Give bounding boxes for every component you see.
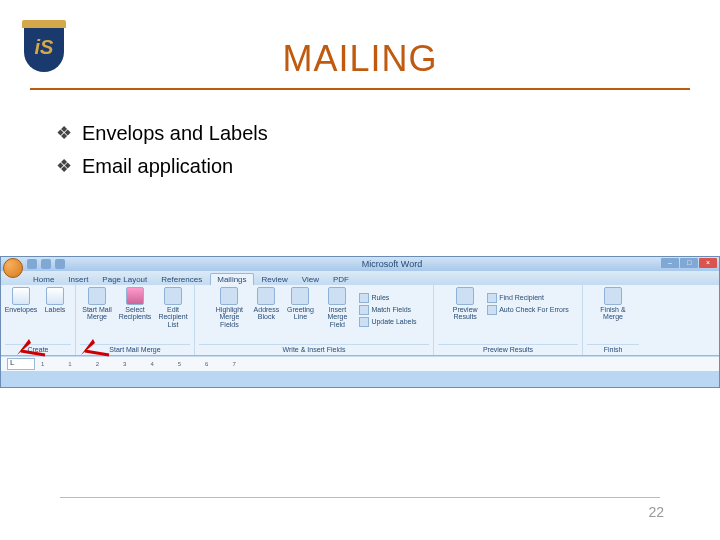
recipients-icon — [126, 287, 144, 305]
address-icon — [257, 287, 275, 305]
close-button[interactable]: × — [699, 258, 717, 268]
update-labels-button[interactable]: Update Labels — [359, 317, 416, 327]
address-block-button[interactable]: Address Block — [251, 287, 281, 321]
footer-divider — [60, 497, 660, 498]
redo-icon[interactable] — [55, 259, 65, 269]
page-number: 22 — [648, 504, 664, 520]
highlight-merge-fields-button[interactable]: Highlight Merge Fields — [211, 287, 247, 328]
tab-mailings[interactable]: Mailings — [210, 273, 253, 285]
bullet-list: ❖Envelops and Labels ❖Email application — [56, 118, 268, 184]
preview-icon — [456, 287, 474, 305]
ruler-ticks: 11234567 — [41, 361, 236, 367]
bullet-text: Envelops and Labels — [82, 118, 268, 149]
title-underline — [30, 88, 690, 90]
tab-review[interactable]: Review — [256, 274, 294, 285]
slide-title: MAILING — [0, 38, 720, 80]
tab-pdf[interactable]: PDF — [327, 274, 355, 285]
group-finish: Finish & Merge Finish — [583, 285, 643, 355]
word-titlebar: Microsoft Word – □ × — [1, 257, 719, 271]
window-title: Microsoft Word — [65, 259, 719, 269]
bullet-text: Email application — [82, 151, 233, 182]
tab-insert[interactable]: Insert — [62, 274, 94, 285]
tab-references[interactable]: References — [155, 274, 208, 285]
auto-check-errors-button[interactable]: Auto Check For Errors — [487, 305, 569, 315]
find-recipient-button[interactable]: Find Recipient — [487, 293, 569, 303]
bullet-item: ❖Envelops and Labels — [56, 118, 268, 149]
tab-page-layout[interactable]: Page Layout — [96, 274, 153, 285]
ruler[interactable]: 11234567 — [1, 356, 719, 371]
insert-merge-field-button[interactable]: Insert Merge Field — [319, 287, 355, 328]
envelopes-button[interactable]: Envelopes — [6, 287, 36, 313]
tab-view[interactable]: View — [296, 274, 325, 285]
bullet-item: ❖Email application — [56, 151, 268, 182]
select-recipients-button[interactable]: Select Recipients — [118, 287, 152, 321]
maximize-button[interactable]: □ — [680, 258, 698, 268]
undo-icon[interactable] — [41, 259, 51, 269]
diamond-bullet-icon: ❖ — [56, 153, 72, 181]
edit-list-icon — [164, 287, 182, 305]
envelope-icon — [12, 287, 30, 305]
office-button-icon[interactable] — [3, 258, 23, 278]
diamond-bullet-icon: ❖ — [56, 120, 72, 148]
rules-button[interactable]: Rules — [359, 293, 416, 303]
preview-results-button[interactable]: Preview Results — [447, 287, 483, 321]
labels-button[interactable]: Labels — [40, 287, 70, 313]
start-mail-merge-button[interactable]: Start Mail Merge — [80, 287, 114, 321]
quick-access-toolbar[interactable] — [27, 259, 65, 269]
finish-merge-button[interactable]: Finish & Merge — [595, 287, 631, 321]
mail-merge-icon — [88, 287, 106, 305]
group-write-insert: Highlight Merge Fields Address Block Gre… — [195, 285, 434, 355]
ribbon-tabs: Home Insert Page Layout References Maili… — [1, 271, 719, 285]
callout-arrow-icon — [79, 337, 113, 357]
edit-recipient-list-button[interactable]: Edit Recipient List — [156, 287, 190, 328]
callout-arrow-icon — [15, 337, 49, 357]
group-preview-results: Preview Results Find Recipient Auto Chec… — [434, 285, 583, 355]
save-icon[interactable] — [27, 259, 37, 269]
label-icon — [46, 287, 64, 305]
greeting-line-button[interactable]: Greeting Line — [285, 287, 315, 321]
greeting-icon — [291, 287, 309, 305]
merge-field-icon — [328, 287, 346, 305]
match-fields-button[interactable]: Match Fields — [359, 305, 416, 315]
minimize-button[interactable]: – — [661, 258, 679, 268]
finish-icon — [604, 287, 622, 305]
word-screenshot: Microsoft Word – □ × Home Insert Page La… — [0, 256, 720, 388]
tab-selector[interactable] — [7, 358, 35, 370]
tab-home[interactable]: Home — [27, 274, 60, 285]
highlight-icon — [220, 287, 238, 305]
